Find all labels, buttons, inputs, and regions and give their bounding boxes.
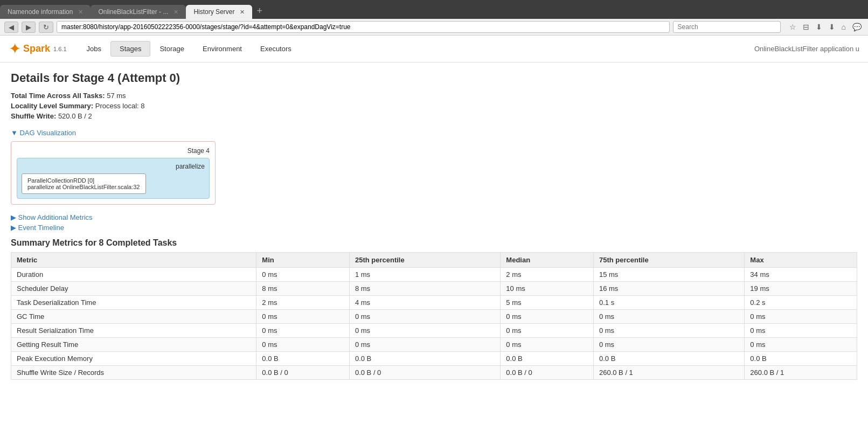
shuffle-write-label: Shuffle Write: — [11, 112, 56, 120]
table-header-row: Metric Min 25th percentile Median 75th p… — [11, 253, 857, 268]
spark-logo: ✦ Spark 1.6.1 — [9, 40, 67, 58]
shuffle-write-line: Shuffle Write: 520.0 B / 2 — [11, 112, 857, 120]
tab-blacklist[interactable]: OnlineBlackListFilter - ... ✕ — [91, 5, 186, 19]
cell-row7-col4: 260.0 B / 1 — [593, 366, 744, 380]
cell-row0-col1: 0 ms — [256, 268, 350, 282]
cell-row4-col3: 0 ms — [501, 324, 594, 338]
spark-logo-text: Spark — [23, 43, 50, 54]
nav-stages[interactable]: Stages — [110, 41, 150, 57]
metrics-table: Metric Min 25th percentile Median 75th p… — [11, 252, 857, 380]
cell-row2-col4: 0.1 s — [593, 296, 744, 310]
cell-row0-col2: 1 ms — [349, 268, 500, 282]
tab-blacklist-label: OnlineBlackListFilter - ... — [98, 8, 168, 16]
col-header-p25: 25th percentile — [349, 253, 500, 268]
cell-row3-col4: 0 ms — [593, 310, 744, 324]
col-header-median: Median — [501, 253, 594, 268]
col-header-metric: Metric — [11, 253, 256, 268]
cell-row2-col2: 4 ms — [349, 296, 500, 310]
table-row: Getting Result Time0 ms0 ms0 ms0 ms0 ms — [11, 338, 857, 352]
cell-row7-col5: 260.0 B / 1 — [745, 366, 857, 380]
dag-container: Stage 4 parallelize ParallelCollectionRD… — [11, 141, 216, 205]
chat-icon[interactable]: 💬 — [850, 22, 864, 32]
pocket-icon[interactable]: ⬇ — [814, 22, 824, 32]
app-nav: Jobs Stages Storage Environment Executor… — [78, 41, 301, 57]
back-button[interactable]: ◀ — [4, 22, 18, 33]
dag-parallelize-title: parallelize — [22, 163, 205, 170]
cell-row1-col5: 19 ms — [745, 282, 857, 296]
browser-search-input[interactable] — [673, 21, 781, 33]
cell-row6-col3: 0.0 B — [501, 352, 594, 366]
cell-row7-col3: 0.0 B / 0 — [501, 366, 594, 380]
show-additional-metrics-link[interactable]: ▶ Show Additional Metrics — [11, 213, 857, 221]
cell-row4-col4: 0 ms — [593, 324, 744, 338]
forward-button[interactable]: ▶ — [22, 22, 36, 33]
cell-row4-col5: 0 ms — [745, 324, 857, 338]
cell-row2-col0: Task Deserialization Time — [11, 296, 256, 310]
dag-section: ▼ DAG Visualization Stage 4 parallelize … — [11, 129, 857, 205]
table-row: Shuffle Write Size / Records0.0 B / 00.0… — [11, 366, 857, 380]
bookmark-icon[interactable]: ☆ — [787, 22, 798, 32]
home-icon[interactable]: ⌂ — [839, 22, 848, 32]
cell-row5-col0: Getting Result Time — [11, 338, 256, 352]
cell-row4-col0: Result Serialization Time — [11, 324, 256, 338]
table-row: GC Time0 ms0 ms0 ms0 ms0 ms — [11, 310, 857, 324]
page-title: Details for Stage 4 (Attempt 0) — [11, 71, 857, 85]
cell-row0-col5: 34 ms — [745, 268, 857, 282]
cell-row0-col3: 2 ms — [501, 268, 594, 282]
cell-row2-col3: 5 ms — [501, 296, 594, 310]
cell-row7-col0: Shuffle Write Size / Records — [11, 366, 256, 380]
cell-row1-col4: 16 ms — [593, 282, 744, 296]
cell-row7-col2: 0.0 B / 0 — [349, 366, 500, 380]
cell-row3-col5: 0 ms — [745, 310, 857, 324]
tab-history-server-close[interactable]: ✕ — [240, 9, 245, 16]
page-content: Details for Stage 4 (Attempt 0) Total Ti… — [0, 62, 868, 388]
table-row: Result Serialization Time0 ms0 ms0 ms0 m… — [11, 324, 857, 338]
reader-icon[interactable]: ⊟ — [801, 22, 811, 32]
app-title-right: OnlineBlackListFilter application u — [754, 45, 859, 53]
tab-blacklist-close[interactable]: ✕ — [173, 9, 178, 16]
shuffle-write-val: 520.0 B / 2 — [58, 112, 92, 120]
dag-viz-toggle[interactable]: ▼ DAG Visualization — [11, 129, 857, 137]
spark-version: 1.6.1 — [53, 46, 66, 52]
total-time-label: Total Time Across All Tasks: — [11, 92, 105, 100]
summary-title: Summary Metrics for 8 Completed Tasks — [11, 238, 857, 248]
col-header-max: Max — [745, 253, 857, 268]
total-time-line: Total Time Across All Tasks: 57 ms — [11, 92, 857, 100]
tab-namenode[interactable]: Namenode information ✕ — [0, 5, 91, 19]
cell-row4-col1: 0 ms — [256, 324, 350, 338]
table-row: Scheduler Delay8 ms8 ms10 ms16 ms19 ms — [11, 282, 857, 296]
cell-row5-col3: 0 ms — [501, 338, 594, 352]
spark-star-icon: ✦ — [9, 40, 21, 58]
nav-executors[interactable]: Executors — [251, 41, 301, 57]
locality-line: Locality Level Summary: Process local: 8 — [11, 102, 857, 110]
metrics-toggles: ▶ Show Additional Metrics ▶ Event Timeli… — [11, 213, 857, 232]
nav-jobs[interactable]: Jobs — [78, 41, 110, 57]
cell-row5-col4: 0 ms — [593, 338, 744, 352]
dag-rdd-box: ParallelCollectionRDD [0] parallelize at… — [22, 173, 146, 194]
table-row: Task Deserialization Time2 ms4 ms5 ms0.1… — [11, 296, 857, 310]
cell-row1-col0: Scheduler Delay — [11, 282, 256, 296]
nav-environment[interactable]: Environment — [193, 41, 251, 57]
table-row: Peak Execution Memory0.0 B0.0 B0.0 B0.0 … — [11, 352, 857, 366]
app-header: ✦ Spark 1.6.1 Jobs Stages Storage Enviro… — [0, 36, 868, 62]
download-icon[interactable]: ⬇ — [827, 22, 837, 32]
address-input[interactable] — [57, 21, 670, 33]
dag-stage-label: Stage 4 — [17, 147, 210, 155]
cell-row6-col4: 0.0 B — [593, 352, 744, 366]
new-tab-button[interactable]: + — [252, 3, 267, 19]
refresh-button[interactable]: ↻ — [39, 22, 53, 33]
table-row: Duration0 ms1 ms2 ms15 ms34 ms — [11, 268, 857, 282]
nav-storage[interactable]: Storage — [150, 41, 193, 57]
tab-history-server[interactable]: History Server ✕ — [186, 5, 252, 19]
cell-row5-col2: 0 ms — [349, 338, 500, 352]
cell-row3-col0: GC Time — [11, 310, 256, 324]
dag-rdd-line1: ParallelCollectionRDD [0] — [27, 177, 140, 184]
col-header-min: Min — [256, 253, 350, 268]
toolbar-icons: ☆ ⊟ ⬇ ⬇ ⌂ 💬 — [787, 22, 864, 32]
tab-namenode-close[interactable]: ✕ — [78, 9, 83, 16]
locality-val: Process local: 8 — [95, 102, 145, 110]
address-bar: ◀ ▶ ↻ ☆ ⊟ ⬇ ⬇ ⌂ 💬 — [0, 19, 868, 36]
event-timeline-link[interactable]: ▶ Event Timeline — [11, 224, 857, 232]
cell-row1-col1: 8 ms — [256, 282, 350, 296]
total-time-val: 57 ms — [107, 92, 126, 100]
